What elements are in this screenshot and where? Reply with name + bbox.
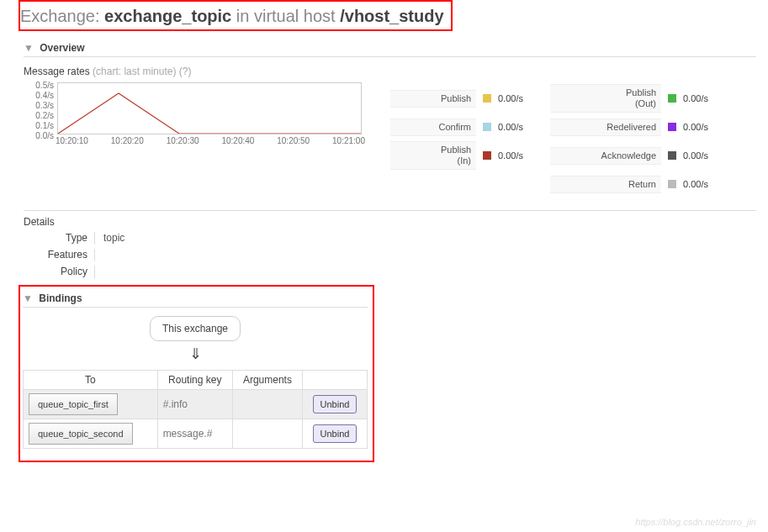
message-rates-label: Message rates (chart: last minute) (?) [24, 66, 756, 77]
rate-value: 0.00/s [683, 179, 708, 189]
table-header [302, 371, 367, 390]
rate-row: Acknowledge0.00/s [550, 141, 744, 170]
vhost-name: /vhost_study [340, 7, 443, 25]
color-swatch [483, 94, 491, 103]
exchange-name: exchange_topic [104, 7, 231, 25]
rate-row: Publish0.00/s [390, 84, 533, 113]
unbind-button[interactable]: Unbind [313, 424, 358, 443]
overview-header[interactable]: ▼ Overview [24, 39, 756, 57]
table-row: queue_topic_first#.infoUnbind [24, 390, 368, 419]
rate-label: Publish [390, 90, 476, 108]
unbind-button[interactable]: Unbind [313, 395, 358, 413]
color-swatch [668, 180, 676, 188]
color-swatch [668, 151, 676, 160]
page-title: Exchange: exchange_topic in virtual host… [20, 7, 444, 26]
rate-value: 0.00/s [498, 122, 523, 132]
rate-value: 0.00/s [683, 150, 708, 161]
detail-key: Type [24, 232, 94, 245]
rate-legend: Publish0.00/sConfirm0.00/sPublish (In)0.… [390, 84, 744, 198]
detail-row: Features [24, 249, 756, 261]
bindings-header[interactable]: ▼ Bindings [23, 289, 368, 308]
rate-label: Publish (Out) [550, 84, 661, 113]
detail-key: Policy [24, 266, 94, 278]
queue-link[interactable]: queue_topic_first [29, 393, 118, 415]
table-row: queue_topic_secondmessage.#Unbind [24, 419, 368, 449]
color-swatch [668, 123, 676, 131]
detail-value: topic [94, 232, 124, 245]
arrow-down-icon: ⇓ [23, 345, 368, 363]
detail-row: Policy [24, 266, 756, 278]
rate-row: Publish (In)0.00/s [390, 141, 533, 170]
collapse-icon: ▼ [24, 42, 34, 54]
detail-value [94, 249, 103, 261]
rate-row: Confirm0.00/s [390, 113, 533, 141]
details-heading: Details [24, 210, 756, 228]
overview-label: Overview [40, 42, 84, 54]
routing-key: #.info [157, 390, 232, 419]
chart-svg [58, 83, 361, 134]
message-rates-chart: 0.5/s0.4/s0.3/s0.2/s0.1/s0.0/s 10:20:101… [24, 81, 367, 150]
rate-value: 0.00/s [683, 93, 708, 103]
rate-label: Return [550, 176, 661, 193]
table-header: Routing key [157, 371, 232, 390]
detail-value [94, 266, 103, 278]
rate-row: Redelivered0.00/s [550, 113, 744, 141]
title-highlight: Exchange: exchange_topic in virtual host… [19, 0, 453, 31]
detail-row: Typetopic [24, 232, 756, 245]
bindings-highlight: ▼ Bindings This exchange ⇓ ToRouting key… [19, 285, 374, 462]
watermark: https://blog.csdn.net/zorro_jin [635, 517, 756, 527]
color-swatch [668, 94, 676, 103]
table-header: Arguments [232, 371, 302, 390]
arguments-cell [232, 390, 302, 419]
queue-link[interactable]: queue_topic_second [29, 423, 133, 445]
color-swatch [483, 123, 491, 131]
rate-label: Redelivered [550, 119, 661, 136]
arguments-cell [232, 419, 302, 449]
color-swatch [483, 151, 491, 160]
rate-value: 0.00/s [498, 93, 523, 103]
rate-label: Publish (In) [390, 141, 476, 170]
rate-label: Acknowledge [550, 147, 661, 165]
rate-row: Return0.00/s [550, 170, 744, 198]
detail-key: Features [24, 249, 94, 261]
this-exchange-node: This exchange [23, 316, 368, 341]
rate-value: 0.00/s [498, 150, 523, 161]
rate-value: 0.00/s [683, 122, 708, 132]
table-header: To [24, 371, 158, 390]
bindings-table: ToRouting keyArguments queue_topic_first… [23, 370, 368, 449]
rate-row: Publish (Out)0.00/s [550, 84, 744, 113]
collapse-icon: ▼ [23, 292, 33, 304]
rate-label: Confirm [390, 119, 476, 136]
bindings-label: Bindings [39, 292, 82, 304]
routing-key: message.# [157, 419, 232, 449]
